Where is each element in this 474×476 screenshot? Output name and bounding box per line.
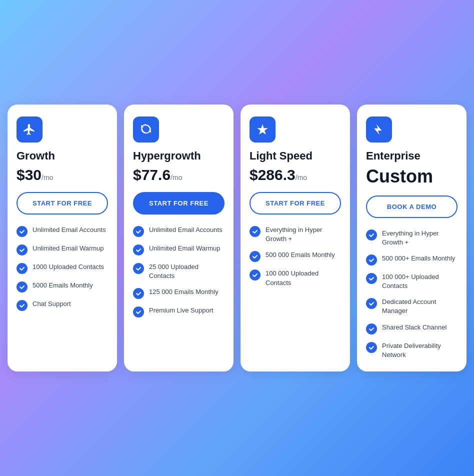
- check-icon: [366, 273, 377, 284]
- feature-text: Everything in Hyper Growth +: [382, 229, 458, 247]
- check-icon: [16, 263, 28, 274]
- feature-text: Everything in Hyper Growth +: [266, 226, 341, 244]
- features-list: Everything in Hyper Growth + 500 000+ Em…: [366, 229, 458, 360]
- plan-card-hypergrowth: Hypergrowth $77.6/mo START FOR FREE Unli…: [124, 104, 234, 372]
- check-icon: [133, 244, 144, 256]
- plan-price: $77.6/mo: [133, 166, 224, 183]
- features-list: Unlimited Email Accounts Unlimited Email…: [16, 226, 108, 311]
- feature-item: Shared Slack Channel: [366, 323, 458, 334]
- per-mo: /mo: [42, 174, 53, 182]
- per-mo: /mo: [296, 174, 307, 182]
- feature-text: Unlimited Email Accounts: [32, 226, 106, 234]
- check-icon: [366, 254, 377, 266]
- plan-icon: [366, 116, 392, 142]
- feature-text: Private Deliverability Network: [382, 342, 458, 360]
- cta-button[interactable]: BOOK A DEMO: [366, 196, 458, 218]
- cta-button[interactable]: START FOR FREE: [133, 192, 224, 214]
- check-icon: [16, 300, 28, 311]
- feature-text: Premium Live Support: [149, 306, 214, 315]
- feature-text: Unlimited Email Warmup: [149, 244, 220, 253]
- feature-text: 25 000 Uploaded Contacts: [149, 262, 224, 280]
- feature-text: Dedicated Account Manager: [382, 298, 458, 316]
- check-icon: [366, 298, 377, 309]
- plan-price: $30/mo: [16, 166, 108, 183]
- features-list: Everything in Hyper Growth + 500 000 Ema…: [250, 226, 341, 288]
- plan-card-growth: Growth $30/mo START FOR FREE Unlimited E…: [8, 104, 117, 372]
- feature-item: Unlimited Email Accounts: [133, 226, 224, 237]
- feature-item: Premium Live Support: [133, 306, 224, 318]
- check-icon: [16, 244, 28, 256]
- feature-text: 125 000 Emails Monthly: [149, 288, 218, 296]
- feature-item: Everything in Hyper Growth +: [250, 226, 341, 244]
- cta-button[interactable]: START FOR FREE: [16, 192, 108, 214]
- check-icon: [366, 230, 377, 240]
- feature-item: 5000 Emails Monthly: [16, 281, 108, 292]
- feature-text: Chat Support: [32, 300, 71, 308]
- check-icon: [366, 342, 377, 353]
- check-icon: [16, 226, 28, 237]
- feature-text: 100 000+ Uploaded Contacts: [382, 272, 458, 290]
- feature-item: 100 000+ Uploaded Contacts: [366, 272, 458, 290]
- plan-icon: [133, 116, 159, 142]
- check-icon: [250, 251, 260, 262]
- plan-card-enterprise: Enterprise Custom BOOK A DEMO Everything…: [357, 104, 466, 372]
- feature-item: 500 000 Emails Monthly: [250, 250, 341, 262]
- plan-name: Light Speed: [250, 150, 341, 162]
- plan-name: Growth: [16, 150, 108, 162]
- check-icon: [133, 306, 144, 318]
- features-list: Unlimited Email Accounts Unlimited Email…: [133, 226, 224, 318]
- check-icon: [133, 263, 144, 274]
- plan-icon: [250, 116, 276, 142]
- pricing-container: Growth $30/mo START FOR FREE Unlimited E…: [8, 104, 466, 372]
- check-icon: [133, 288, 144, 299]
- check-icon: [366, 324, 377, 334]
- feature-item: 125 000 Emails Monthly: [133, 288, 224, 299]
- feature-text: 5000 Emails Monthly: [32, 281, 93, 290]
- feature-text: Unlimited Email Warmup: [32, 244, 104, 253]
- feature-item: 1000 Uploaded Contacts: [16, 262, 108, 274]
- feature-text: 100 000 Uploaded Contacts: [266, 269, 341, 287]
- cta-button[interactable]: START FOR FREE: [250, 192, 341, 214]
- feature-item: Dedicated Account Manager: [366, 298, 458, 316]
- check-icon: [16, 282, 28, 292]
- feature-text: 500 000 Emails Monthly: [266, 250, 335, 260]
- check-icon: [250, 226, 260, 237]
- check-icon: [250, 270, 260, 280]
- feature-item: 100 000 Uploaded Contacts: [250, 269, 341, 287]
- feature-item: Chat Support: [16, 300, 108, 311]
- feature-item: Unlimited Email Warmup: [133, 244, 224, 256]
- plan-icon: [16, 116, 42, 142]
- plan-price: $286.3/mo: [250, 166, 341, 183]
- feature-text: 1000 Uploaded Contacts: [32, 262, 104, 272]
- feature-item: Private Deliverability Network: [366, 342, 458, 360]
- feature-item: 25 000 Uploaded Contacts: [133, 262, 224, 280]
- feature-item: Everything in Hyper Growth +: [366, 229, 458, 247]
- feature-text: 500 000+ Emails Monthly: [382, 254, 455, 263]
- plan-price: Custom: [366, 166, 458, 186]
- feature-item: Unlimited Email Warmup: [16, 244, 108, 256]
- plan-card-lightspeed: Light Speed $286.3/mo START FOR FREE Eve…: [240, 104, 350, 372]
- check-icon: [133, 226, 144, 237]
- per-mo: /mo: [170, 174, 182, 182]
- plan-name: Enterprise: [366, 150, 458, 162]
- feature-text: Unlimited Email Accounts: [149, 226, 222, 234]
- feature-item: Unlimited Email Accounts: [16, 226, 108, 237]
- feature-item: 500 000+ Emails Monthly: [366, 254, 458, 266]
- feature-text: Shared Slack Channel: [382, 323, 446, 332]
- plan-name: Hypergrowth: [133, 150, 224, 162]
